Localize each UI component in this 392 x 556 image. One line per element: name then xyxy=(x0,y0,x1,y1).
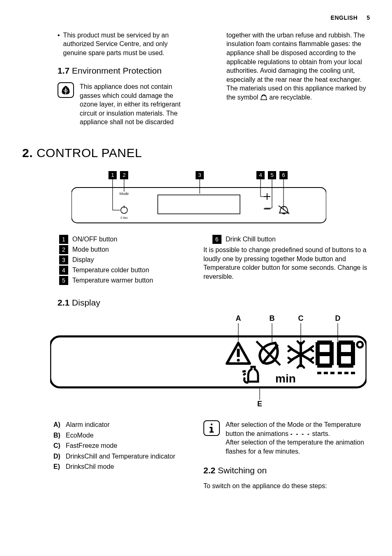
svg-rect-38 xyxy=(330,342,334,354)
env-protection-heading: 1.7 Environment Protection xyxy=(58,65,189,76)
display-defs-columns: A)Alarm indicator B)EcoMode C)FastFreeze… xyxy=(22,419,370,490)
callout-3: 3 xyxy=(198,172,201,178)
service-bullet-text: This product must be serviced by an auth… xyxy=(63,31,189,58)
min-label: min xyxy=(275,372,296,385)
env-right-after: are recyclable. xyxy=(269,94,312,101)
info-note-block: After selection of the Mode or the Tempe… xyxy=(203,420,370,456)
def-d: D)DrinksChill and Temperature indicator xyxy=(53,452,189,461)
switching-on-heading: 2.2 Switching on xyxy=(203,465,370,476)
three-sec-label: 3 Sec xyxy=(120,216,128,219)
svg-rect-40 xyxy=(316,354,320,365)
display-heading-number: 2.1 xyxy=(58,298,69,307)
top-section-columns: • This product must be serviced by an au… xyxy=(22,31,370,127)
svg-rect-45 xyxy=(351,342,355,354)
defs-left-column: A)Alarm indicator B)EcoMode C)FastFreeze… xyxy=(22,419,189,490)
info-note-text: After selection of the Mode or the Tempe… xyxy=(226,420,370,456)
page-number: 5 xyxy=(367,14,370,21)
env-right-before: together with the urban refuse and rubbi… xyxy=(226,32,366,101)
svg-rect-49 xyxy=(339,364,353,368)
switching-heading-title: Switching on xyxy=(218,466,267,475)
svg-rect-41 xyxy=(330,354,334,365)
label-b: B xyxy=(270,314,275,322)
bullet-dot-icon: • xyxy=(58,31,60,58)
env-heading-number: 1.7 xyxy=(58,66,69,75)
svg-rect-52 xyxy=(324,372,328,374)
page-header: ENGLISH 5 xyxy=(22,14,370,22)
svg-rect-47 xyxy=(337,354,341,365)
label-a: A xyxy=(236,314,241,322)
svg-rect-54 xyxy=(338,372,342,374)
switching-heading-number: 2.2 xyxy=(203,466,215,475)
control-panel-heading: 2. CONTROL PANEL xyxy=(22,145,370,162)
callout-5: 5 xyxy=(270,172,273,178)
top-left-column: • This product must be serviced by an au… xyxy=(22,31,189,127)
legend-right-column: 6Drink Chill button It is possible to ch… xyxy=(203,234,370,286)
legend-item-4: 4Temperature colder button xyxy=(59,266,189,275)
top-right-column: together with the urban refuse and rubbi… xyxy=(203,31,370,127)
svg-point-57 xyxy=(211,424,212,425)
legend-item-1: 1ON/OFF button xyxy=(59,235,189,244)
svg-point-30 xyxy=(237,359,240,362)
svg-rect-55 xyxy=(344,372,348,374)
legend-columns: 1ON/OFF button 2Mode button 3Display 4Te… xyxy=(22,234,370,286)
legend-item-6: 6Drink Chill button xyxy=(212,235,370,244)
def-a: A)Alarm indicator xyxy=(53,420,189,429)
legend-left-column: 1ON/OFF button 2Mode button 3Display 4Te… xyxy=(22,234,189,286)
animation-dashes: - - - - xyxy=(290,430,310,437)
sound-change-note: It is possible to change predefined soun… xyxy=(203,246,370,281)
env-paragraph: This appliance does not contain gasses w… xyxy=(58,82,189,127)
svg-rect-51 xyxy=(317,372,321,374)
svg-rect-37 xyxy=(316,342,320,354)
section2-title: CONTROL PANEL xyxy=(37,146,142,160)
legend-item-3: 3Display xyxy=(59,255,189,264)
recycle-icon xyxy=(260,94,267,102)
callout-4: 4 xyxy=(259,172,262,178)
def-e: E)DrinksChil mode xyxy=(53,462,189,471)
info-icon xyxy=(203,420,220,436)
def-c: C)FastFreeze mode xyxy=(53,441,189,450)
label-e: E xyxy=(257,400,262,408)
display-heading-title: Display xyxy=(72,298,100,307)
svg-point-50 xyxy=(357,342,363,348)
callout-1: 1 xyxy=(111,172,114,178)
env-continuation-text: together with the urban refuse and rubbi… xyxy=(226,31,370,102)
switching-on-paragraph: To switch on the appliance do these step… xyxy=(203,482,370,491)
env-paragraph-text: This appliance does not contain gasses w… xyxy=(80,82,189,127)
legend-item-2: 2Mode button xyxy=(59,245,189,254)
def-b: B)EcoMode xyxy=(53,431,189,440)
service-bullet: • This product must be serviced by an au… xyxy=(58,31,189,58)
callout-6: 6 xyxy=(282,172,285,178)
label-d: D xyxy=(335,314,341,322)
env-heading-title: Environment Protection xyxy=(72,66,161,75)
display-diagram: A B C D E xyxy=(50,313,367,410)
legend-item-5: 5Temperature warmer button xyxy=(59,276,189,285)
control-panel-diagram: 1 2 3 4 5 6 Mode 3 Sec xyxy=(71,171,326,227)
language-label: ENGLISH xyxy=(331,14,358,21)
svg-rect-56 xyxy=(351,372,355,374)
callout-2: 2 xyxy=(122,172,125,178)
svg-rect-48 xyxy=(351,354,355,365)
defs-right-column: After selection of the Mode or the Tempe… xyxy=(203,419,370,490)
svg-rect-15 xyxy=(71,188,326,223)
svg-rect-44 xyxy=(337,342,341,354)
display-heading: 2.1 Display xyxy=(58,297,370,308)
leaf-icon xyxy=(58,82,74,98)
svg-rect-53 xyxy=(330,372,334,374)
svg-rect-42 xyxy=(317,364,332,368)
svg-rect-18 xyxy=(158,195,240,214)
mode-label: Mode xyxy=(120,192,129,196)
section2-number: 2. xyxy=(22,146,33,160)
label-c: C xyxy=(298,314,304,322)
